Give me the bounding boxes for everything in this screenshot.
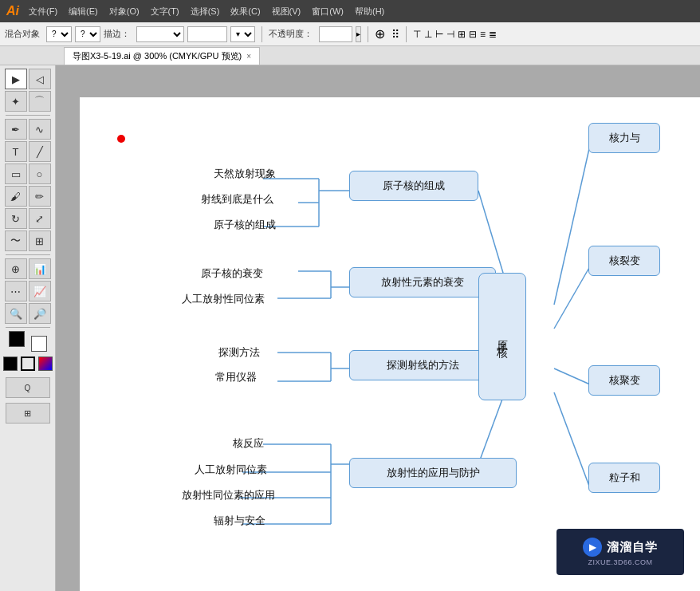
stroke-dropdown[interactable] — [136, 26, 184, 42]
grid-icon[interactable]: ⠿ — [391, 28, 399, 41]
blend-dropdown-1[interactable]: ? — [46, 26, 72, 42]
eyedropper-tool[interactable]: 🔍 — [5, 303, 27, 324]
menu-edit[interactable]: 编辑(E) — [69, 6, 98, 18]
menu-help[interactable]: 帮助(H) — [355, 6, 384, 18]
menu-file[interactable]: 文件(F) — [29, 6, 57, 18]
text-fangshexing-yingyong: 放射性同位素的应用 — [182, 488, 275, 502]
text-hefanying: 核反应 — [233, 436, 264, 451]
type-tool[interactable]: T — [5, 141, 27, 162]
artboard-tool-row: ⊞ — [6, 403, 50, 424]
distribute-icon-4[interactable]: ≣ — [489, 29, 497, 40]
tool-sep-2 — [6, 254, 50, 255]
free-transform-tool[interactable]: ⊞ — [29, 230, 51, 251]
watermark-logo-row: ▶ 溜溜自学 — [583, 538, 658, 557]
zoom-fit-btn[interactable]: Q — [6, 377, 50, 398]
box-heliebian: 核裂变 — [588, 246, 660, 276]
opacity-input[interactable]: 100% — [319, 26, 352, 42]
title-bar: Ai 文件(F) 编辑(E) 对象(O) 文字(T) 选择(S) 效果(C) 视… — [0, 0, 700, 22]
tab-bar: 导图X3-5-19.ai @ 300% (CMYK/GPU 预览) × — [0, 46, 700, 65]
lasso-tool[interactable]: ⌒ — [29, 91, 51, 112]
zoom-tool[interactable]: 🔎 — [29, 303, 51, 324]
main-area: ▶ ◁ ✦ ⌒ ✒ ∿ T ╱ ▭ ○ 🖌 ✏ ↻ ⤢ 〜 ⊞ — [0, 65, 700, 591]
menu-object[interactable]: 对象(O) — [109, 6, 140, 18]
globe-icon[interactable]: ⊕ — [375, 26, 385, 41]
document-tab[interactable]: 导图X3-5-19.ai @ 300% (CMYK/GPU 预览) × — [64, 47, 260, 65]
tab-close-btn[interactable]: × — [246, 52, 251, 61]
toolbar-separator-2 — [368, 26, 368, 42]
tool-row-2: ✦ ⌒ — [5, 91, 51, 112]
menu-select[interactable]: 选择(S) — [191, 6, 220, 18]
pen-tool[interactable]: ✒ — [5, 119, 27, 140]
warp-tool[interactable]: 〜 — [5, 230, 27, 251]
watermark-url: ZIXUE.3D66.COM — [588, 558, 652, 566]
rotate-tool[interactable]: ↻ — [5, 208, 27, 229]
shape-builder-tool[interactable]: ⊕ — [5, 258, 27, 279]
text-shexian: 射线到底是什么 — [201, 192, 273, 207]
align-icon-3[interactable]: ⊢ — [435, 29, 443, 40]
rect-tool[interactable]: ▭ — [5, 164, 27, 184]
toolbar: 混合对象 ? ? 描边： ▾ 不透明度： 100% ▸ ⊕ ⠿ ⊤ ⊥ ⊢ ⊣ … — [0, 22, 700, 46]
align-icon-2[interactable]: ⊥ — [424, 29, 432, 40]
box-heli: 核力与 — [588, 123, 660, 153]
background-color[interactable] — [31, 336, 47, 352]
stroke-swatch[interactable] — [21, 357, 35, 371]
opacity-label: 不透明度： — [269, 28, 313, 40]
line-tool[interactable]: ╱ — [29, 141, 51, 162]
direct-select-tool[interactable]: ◁ — [29, 69, 51, 89]
text-changyong-yiqi: 常用仪器 — [215, 370, 257, 384]
menu-effect[interactable]: 效果(C) — [230, 6, 260, 18]
tool-row-1: ▶ ◁ — [5, 69, 51, 89]
pencil-tool[interactable]: ✏ — [29, 186, 51, 207]
menu-window[interactable]: 窗口(W) — [312, 6, 344, 18]
align-icon-1[interactable]: ⊤ — [413, 29, 421, 40]
menu-view[interactable]: 视图(V) — [272, 6, 301, 18]
tool-row-10: ⋯ 📈 — [5, 281, 51, 301]
fill-swatch[interactable] — [3, 357, 18, 371]
artboard-tool[interactable]: ⊞ — [6, 403, 50, 424]
paintbrush-tool[interactable]: 🖌 — [5, 186, 27, 207]
scale-tool[interactable]: ⤢ — [29, 208, 51, 229]
tool-row-7: ↻ ⤢ — [5, 208, 51, 229]
select-tool[interactable]: ▶ — [5, 69, 27, 89]
ellipse-tool[interactable]: ○ — [29, 164, 51, 184]
blend-dropdown-2[interactable]: ? — [75, 26, 100, 42]
blend-object-label: 混合对象 — [5, 28, 40, 40]
toolbox: ▶ ◁ ✦ ⌒ ✒ ∿ T ╱ ▭ ○ 🖌 ✏ ↻ ⤢ 〜 ⊞ — [0, 65, 56, 591]
stroke-value-input[interactable] — [187, 26, 227, 42]
curvature-tool[interactable]: ∿ — [29, 119, 51, 140]
canvas-area: 天然放射现象 射线到底是什么 原子核的组成 原子核的衰变 人工放射性同位素 探测… — [56, 65, 700, 591]
watermark-logo-icon: ▶ — [583, 538, 602, 557]
opacity-expand-btn[interactable]: ▸ — [356, 26, 361, 42]
symbol-spray-tool[interactable]: ⋯ — [5, 281, 27, 301]
distribute-icon-3[interactable]: ≡ — [480, 29, 486, 40]
box-lizi: 粒子和 — [588, 463, 660, 493]
distribute-icon-1[interactable]: ⊞ — [458, 29, 466, 40]
text-tance-fangfa: 探测方法 — [218, 345, 260, 360]
box-fangshexing-shuaibian: 放射性元素的衰变 — [349, 267, 496, 297]
gradient-swatch[interactable] — [38, 357, 53, 371]
tool-row-8: 〜 ⊞ — [5, 230, 51, 251]
tool-row-4: T ╱ — [5, 141, 51, 162]
foreground-color[interactable] — [9, 331, 25, 347]
tool-row-9: ⊕ 📊 — [5, 258, 51, 279]
tool-row-5: ▭ ○ — [5, 164, 51, 184]
column-graph-tool[interactable]: 📈 — [29, 281, 51, 301]
box-fangshexing-yingyong: 放射性的应用与防护 — [349, 458, 517, 488]
menu-text[interactable]: 文字(T) — [151, 6, 179, 18]
text-rengong-tongweisu2: 人工放射同位素 — [195, 463, 267, 477]
watermark-brand-name: 溜溜自学 — [607, 540, 658, 555]
distribute-icon-2[interactable]: ⊟ — [469, 29, 477, 40]
chart-tool[interactable]: 📊 — [29, 258, 51, 279]
text-tianran: 天然放射现象 — [214, 167, 276, 181]
stroke-unit-dropdown[interactable]: ▾ — [230, 26, 255, 42]
fill-stroke-row — [3, 357, 53, 371]
text-fushe-anquan: 辐射与安全 — [214, 514, 265, 528]
center-box-yuanzihe: 原子核 — [478, 273, 526, 400]
color-boxes — [9, 331, 47, 352]
magic-wand-tool[interactable]: ✦ — [5, 91, 27, 112]
toolbar-separator-3 — [406, 26, 407, 42]
align-icon-4[interactable]: ⊣ — [446, 29, 454, 40]
box-yuanzihe-zucheng: 原子核的组成 — [349, 171, 478, 201]
tool-sep-3 — [6, 327, 50, 328]
tool-row-6: 🖌 ✏ — [5, 186, 51, 207]
